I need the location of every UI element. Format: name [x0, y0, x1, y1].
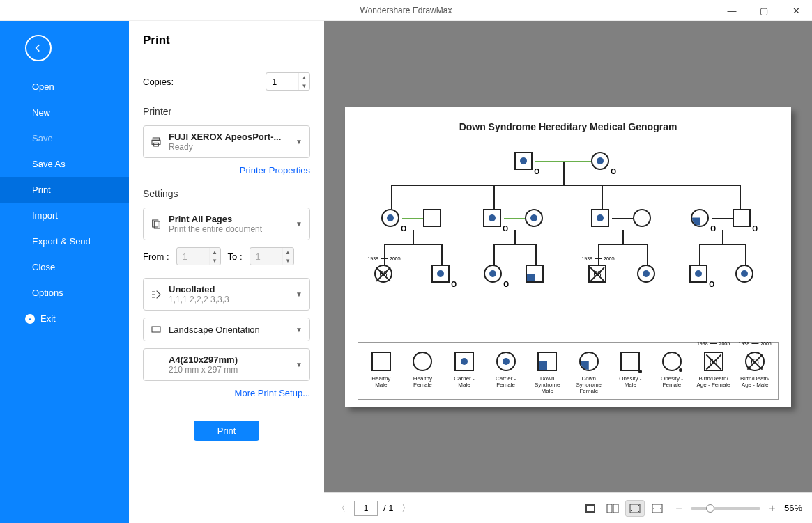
- copies-up[interactable]: ▲: [299, 73, 309, 81]
- window-close[interactable]: ✕: [780, 0, 812, 21]
- sidebar-item-exit[interactable]: - Exit: [0, 306, 129, 331]
- zoom-value: 56%: [784, 503, 802, 513]
- to-input: 1 ▲▼: [250, 247, 294, 265]
- collate-icon: [151, 289, 162, 300]
- svg-rect-8: [607, 504, 612, 513]
- chevron-down-icon: ▼: [296, 326, 302, 334]
- zoom-in[interactable]: +: [766, 502, 779, 515]
- printer-icon: [151, 136, 162, 148]
- window-maximize[interactable]: ▢: [748, 0, 780, 21]
- paper-select[interactable]: A4(210x297mm) 210 mm x 297 mm ▼: [143, 348, 310, 381]
- orientation-select[interactable]: Landscape Orientation ▼: [143, 318, 310, 341]
- pages-icon: [151, 219, 162, 230]
- printer-section-label: Printer: [143, 106, 310, 117]
- view-width-icon[interactable]: [648, 500, 667, 517]
- back-button[interactable]: [25, 35, 52, 61]
- zoom-out[interactable]: −: [673, 502, 685, 515]
- collate-sub: 1,1,1 2,2,2 3,3,3: [169, 295, 289, 304]
- paper-sub: 210 mm x 297 mm: [169, 365, 289, 375]
- sidebar-item-save-as[interactable]: Save As: [0, 151, 129, 177]
- legend: Healthy Male Healthy Female Carrier - Ma…: [358, 342, 779, 399]
- printer-properties-link[interactable]: Printer Properties: [143, 165, 310, 175]
- print-button[interactable]: Print: [194, 421, 260, 441]
- panel-heading: Print: [143, 33, 310, 47]
- preview-page: Down Syndrome Hereditary Medical Genogra…: [345, 107, 791, 407]
- view-single-icon[interactable]: [581, 500, 600, 517]
- preview-area: Down Syndrome Hereditary Medical Genogra…: [324, 21, 812, 523]
- page-current-input[interactable]: [354, 501, 378, 516]
- print-panel: Print Copies: 1 ▲▼ Printer FUJI XEROX Ap…: [129, 21, 324, 523]
- svg-rect-1: [152, 140, 160, 144]
- sidebar-item-close[interactable]: Close: [0, 254, 129, 280]
- copies-value: 1: [272, 77, 277, 87]
- copies-label: Copies:: [143, 77, 174, 87]
- collate-select[interactable]: Uncollated 1,1,1 2,2,2 3,3,3 ▼: [143, 278, 310, 311]
- sidebar-item-new[interactable]: New: [0, 100, 129, 125]
- printer-select[interactable]: FUJI XEROX ApeosPort-... Ready ▼: [143, 125, 310, 158]
- chevron-down-icon: ▼: [296, 220, 302, 228]
- file-sidebar: Open New Save Save As Print Import Expor…: [0, 21, 129, 523]
- page-total: 1: [388, 503, 393, 513]
- pages-sub: Print the entire document: [169, 224, 289, 234]
- page-next[interactable]: 〉: [399, 499, 413, 517]
- sidebar-item-print[interactable]: Print: [0, 177, 129, 203]
- svg-rect-7: [587, 506, 594, 511]
- from-input: 1 ▲▼: [176, 247, 221, 265]
- genogram-chart: O O O O: [358, 146, 779, 343]
- pages-title: Print All Pages: [169, 214, 289, 224]
- exit-label: Exit: [40, 313, 56, 324]
- settings-section-label: Settings: [143, 188, 310, 199]
- view-fit-icon[interactable]: [625, 500, 645, 517]
- sidebar-item-save[interactable]: Save: [0, 125, 129, 151]
- sidebar-item-import[interactable]: Import: [0, 203, 129, 228]
- app-title: Wondershare EdrawMax: [360, 6, 452, 15]
- exit-icon: -: [25, 314, 35, 324]
- pages-select[interactable]: Print All Pages Print the entire documen…: [143, 208, 310, 240]
- paper-title: A4(210x297mm): [169, 354, 289, 365]
- title-bar: Wondershare EdrawMax — ▢ ✕: [0, 0, 812, 21]
- svg-rect-9: [613, 504, 618, 513]
- zoom-slider[interactable]: [691, 507, 760, 510]
- chevron-down-icon: ▼: [296, 138, 302, 146]
- sidebar-item-options[interactable]: Options: [0, 280, 129, 306]
- chevron-down-icon: ▼: [296, 361, 302, 368]
- from-value: 1: [183, 251, 187, 262]
- printer-status: Ready: [169, 142, 289, 152]
- from-label: From :: [143, 251, 169, 262]
- svg-rect-5: [152, 327, 160, 332]
- collate-title: Uncollated: [169, 284, 289, 295]
- sidebar-item-open[interactable]: Open: [0, 74, 129, 100]
- page-prev[interactable]: 〈: [334, 499, 348, 517]
- more-print-setup-link[interactable]: More Print Setup...: [143, 388, 310, 398]
- chevron-down-icon: ▼: [296, 290, 302, 298]
- copies-down[interactable]: ▼: [299, 81, 309, 90]
- preview-footer: 〈 / 1 〉 − + 56%: [324, 492, 812, 523]
- window-minimize[interactable]: —: [716, 0, 748, 21]
- doc-title: Down Syndrome Hereditary Medical Genogra…: [358, 121, 779, 132]
- orientation-icon: [151, 324, 162, 335]
- copies-input[interactable]: 1 ▲▼: [266, 72, 310, 91]
- sidebar-item-export-send[interactable]: Export & Send: [0, 228, 129, 254]
- to-label: To :: [228, 251, 243, 262]
- orientation-label: Landscape Orientation: [169, 325, 289, 335]
- to-value: 1: [256, 251, 261, 262]
- view-double-icon[interactable]: [603, 500, 622, 517]
- printer-name: FUJI XEROX ApeosPort-...: [169, 132, 289, 142]
